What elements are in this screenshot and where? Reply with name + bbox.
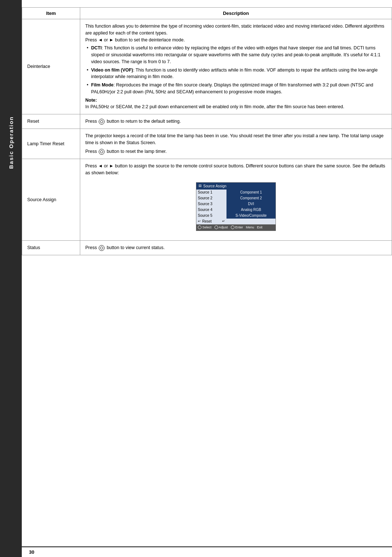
table-row: Status Press button to view current stat… <box>22 241 392 255</box>
header-description: Description <box>80 8 392 19</box>
sa-source-value: DVI <box>226 201 275 207</box>
list-item: Source 4 Analog RGB <box>196 207 275 213</box>
sa-source-value: Component 1 <box>226 190 275 195</box>
sa-title-icon: ▤ <box>199 183 202 188</box>
header-item: Item <box>22 8 80 19</box>
sa-source-value: S-Video/Composite <box>226 213 275 219</box>
deinterlace-intro: This function allows you to determine th… <box>85 23 387 37</box>
circle-btn-icon <box>99 245 105 251</box>
list-item: Source 5 S-Video/Composite <box>196 213 275 219</box>
table-row: Deinterlace This function allows you to … <box>22 19 392 114</box>
enter-icon <box>231 225 234 229</box>
footer-select: Select <box>198 225 212 230</box>
deinterlace-note-text: In PAL50Hz or SECAM, the 2:2 pull down e… <box>85 103 387 110</box>
source-assign-intro: Press ◄ or ► button to assign the source… <box>85 163 387 176</box>
footer-exit: Exit <box>257 225 262 230</box>
desc-lamp-timer: The projector keeps a record of the tota… <box>80 129 392 159</box>
circle-btn-icon <box>99 119 105 125</box>
bullet-dcti: DCTI: This function is useful to enhance… <box>85 45 387 65</box>
sa-source-label: Source 1 <box>196 190 226 195</box>
table-row: Lamp Timer Reset The projector keeps a r… <box>22 129 392 159</box>
lamp-timer-text2: Press button to reset the lamp timer. <box>85 148 387 155</box>
table-row: Source Assign Press ◄ or ► button to ass… <box>22 159 392 241</box>
sa-source-label: Source 3 <box>196 201 226 207</box>
desc-source-assign: Press ◄ or ► button to assign the source… <box>80 159 392 241</box>
desc-reset: Press button to return to the default se… <box>80 114 392 129</box>
list-item: ↩ Reset ↵ <box>196 219 275 224</box>
footer-menu: Menu <box>246 225 254 230</box>
main-content: Item Description Deinterlace This functi… <box>22 0 392 557</box>
item-status: Status <box>22 241 80 255</box>
reset-icon: ↩ <box>198 219 201 224</box>
desc-status: Press button to view current status. <box>80 241 392 255</box>
list-item: Source 1 Component 1 <box>196 190 275 195</box>
page-number: 30 <box>29 549 34 555</box>
status-text: Press button to view current status. <box>85 244 387 251</box>
sa-source-value: Analog RGB <box>226 207 275 213</box>
lamp-timer-text1: The projector keeps a record of the tota… <box>85 133 387 146</box>
page-footer: 30 <box>22 546 392 557</box>
sidebar: Basic Operation <box>0 0 22 557</box>
sa-source-label: Source 2 <box>196 195 226 201</box>
enter-icon: ↵ <box>222 219 225 224</box>
sa-reset-row: ↩ Reset ↵ <box>196 219 226 224</box>
reset-label: Reset <box>202 219 212 224</box>
adjust-icon <box>215 225 218 229</box>
item-reset: Reset <box>22 114 80 129</box>
bullet-vof: Video on film (VOF): This function is us… <box>85 67 387 81</box>
source-assign-screenshot: ▤ Source Assign Source 1 Component 1 <box>196 182 276 231</box>
item-source-assign: Source Assign <box>22 159 80 241</box>
footer-adjust: Adjust <box>215 225 228 230</box>
item-deinterlace: Deinterlace <box>22 19 80 114</box>
page-wrapper: Basic Operation Item Description Deinter… <box>0 0 392 557</box>
reset-text: Press button to return to the default se… <box>85 118 387 125</box>
deinterlace-press: Press ◄ or ► button to set the deinterla… <box>85 37 387 44</box>
sa-source-label: Source 4 <box>196 207 226 213</box>
table-row: Reset Press button to return to the defa… <box>22 114 392 129</box>
deinterlace-note-label: Note: <box>85 97 387 104</box>
circle-btn-icon <box>99 149 105 155</box>
item-lamp-timer: Lamp Timer Reset <box>22 129 80 159</box>
footer-enter: Enter <box>231 225 243 230</box>
list-item: Source 3 DVI <box>196 201 275 207</box>
doc-table: Item Description Deinterlace This functi… <box>22 7 392 255</box>
sa-title: ▤ Source Assign <box>196 183 275 190</box>
bullet-film-mode: Film Mode: Reproduces the image of the f… <box>85 82 387 95</box>
select-icon <box>198 225 201 229</box>
sa-footer: Select Adjust Enter Menu Exit <box>196 224 275 231</box>
sa-title-text: Source Assign <box>203 183 226 189</box>
desc-deinterlace: This function allows you to determine th… <box>80 19 392 114</box>
sa-table: Source 1 Component 1 Source 2 Component … <box>196 190 275 224</box>
list-item: Source 2 Component 2 <box>196 195 275 201</box>
sa-source-label: Source 5 <box>196 213 226 219</box>
deinterlace-bullets: DCTI: This function is useful to enhance… <box>85 45 387 95</box>
sidebar-label: Basic Operation <box>8 116 14 169</box>
source-assign-image-container: ▤ Source Assign Source 1 Component 1 <box>85 179 387 235</box>
sa-source-value: Component 2 <box>226 195 275 201</box>
